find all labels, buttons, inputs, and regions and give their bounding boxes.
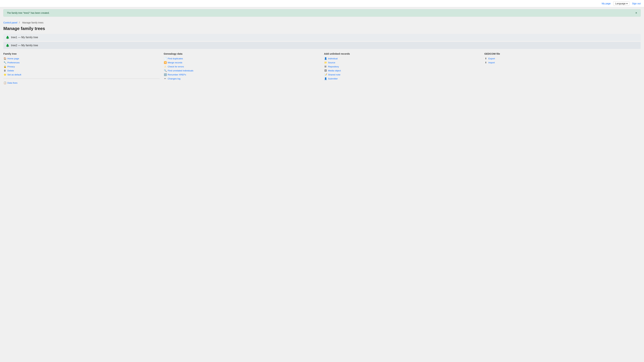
list-item: 🗑 Delete [3,69,160,72]
list-item: 🏠 Home page [3,57,160,60]
preferences-icon: 🔧 [3,61,6,64]
individual-icon: 👤 [324,57,327,60]
page-title: Manage family trees [3,26,641,31]
list-item: 🔒 Privacy [3,65,160,68]
home-icon: 🏠 [3,57,6,60]
genealogy-data-section: Genealogy data 📄 Find duplicates 🔀 Merge… [164,52,320,84]
list-item: 📝 Shared note [324,73,480,76]
submitter-icon: 👤 [324,77,327,80]
list-item: 🔢 Renumber XREFs [164,73,320,76]
list-item: 👤 Submitter [324,77,480,80]
list-item: 📁 Source [324,61,480,64]
genealogy-data-links: 📄 Find duplicates 🔀 Merge records ⚠ Chec… [164,57,320,80]
family-tree-links: 🏠 Home page 🔧 Preferences 🔒 Privacy 🗑 De… [3,57,160,84]
import-link[interactable]: Import [488,61,495,64]
add-unlinked-links: 👤 Individual 📁 Source 🏛 Repository 🖼 Med… [324,57,480,80]
top-navigation: My page Language ▾ Sign out [0,0,644,7]
breadcrumb-current: Manage family trees [22,21,44,24]
changes-log-icon: ✏ [164,77,167,80]
export-link[interactable]: Export [488,57,495,60]
list-item: ⬇ Import [484,61,641,64]
gedcom-file-links: ⬆ Export ⬇ Import [484,57,641,64]
list-item: ⬆ Export [484,57,641,60]
breadcrumb-control-panel[interactable]: Control panel [3,21,17,24]
merge-records-link[interactable]: Merge records [168,61,182,64]
merge-records-icon: 🔀 [164,61,167,64]
add-unlinked-title: Add unlinked records [324,52,480,55]
language-dropdown[interactable]: Language ▾ [613,1,629,6]
alert-close-button[interactable]: × [635,11,637,14]
list-item: 👤 Individual [324,57,480,60]
renumber-xrefs-link[interactable]: Renumber XREFs [168,73,186,76]
renumber-icon: 🔢 [164,73,167,76]
tree1-row: 🌲 tree1 — My family tree [3,34,641,41]
breadcrumb: Control panel / Manage family trees [3,21,641,24]
privacy-icon: 🔒 [3,65,6,68]
family-tree-section: Family tree 🏠 Home page 🔧 Preferences 🔒 … [3,52,160,84]
media-object-icon: 🖼 [324,69,327,72]
export-icon: ⬆ [484,57,487,60]
tree2-label: tree2 — My family tree [11,44,38,47]
media-object-link[interactable]: Media object [328,69,341,72]
data-fixes-link[interactable]: Data fixes [8,82,18,84]
list-item: ⭐ Set as default [3,73,160,76]
import-icon: ⬇ [484,61,487,64]
submitter-link[interactable]: Submitter [328,77,338,80]
data-fixes-icon: 📋 [3,81,6,84]
my-page-link[interactable]: My page [602,2,611,5]
sections-grid: Family tree 🏠 Home page 🔧 Preferences 🔒 … [3,52,641,84]
source-icon: 📁 [324,61,327,64]
preferences-link[interactable]: Preferences [8,61,20,64]
tree1-icon: 🌲 [6,35,10,39]
main-content: Control panel / Manage family trees Mana… [0,18,644,87]
genealogy-data-title: Genealogy data [164,52,320,55]
find-unrelated-link[interactable]: Find unrelated individuals [168,69,193,72]
language-label: Language [615,2,626,5]
gedcom-file-section: GEDCOM file ⬆ Export ⬇ Import [484,52,641,84]
check-errors-link[interactable]: Check for errors [168,65,184,68]
list-item: 📋 Data fixes [3,81,160,84]
set-default-icon: ⭐ [3,73,6,76]
repository-link[interactable]: Repository [328,65,339,68]
delete-icon: 🗑 [3,69,6,72]
alert-message: The family tree "tree2" has been created… [7,11,50,14]
check-errors-icon: ⚠ [164,65,167,68]
shared-note-link[interactable]: Shared note [328,73,340,76]
add-unlinked-section: Add unlinked records 👤 Individual 📁 Sour… [324,52,480,84]
list-item: ✏ Changes log [164,77,320,80]
success-alert: The family tree "tree2" has been created… [3,9,641,16]
set-as-default-link[interactable]: Set as default [8,73,21,76]
list-item: 🔍 Find unrelated individuals [164,69,320,72]
list-item: 🔀 Merge records [164,61,320,64]
breadcrumb-separator: / [19,21,20,24]
gedcom-file-title: GEDCOM file [484,52,641,55]
source-link[interactable]: Source [328,61,335,64]
find-unrelated-icon: 🔍 [164,69,167,72]
list-item: 📄 Find duplicates [164,57,320,60]
repository-icon: 🏛 [324,65,327,68]
list-item: 🔧 Preferences [3,61,160,64]
find-duplicates-icon: 📄 [164,57,167,60]
tree2-icon: 🌲 [6,43,10,47]
changes-log-link[interactable]: Changes log [168,77,180,80]
home-page-link[interactable]: Home page [8,57,19,60]
find-duplicates-link[interactable]: Find duplicates [168,57,183,60]
shared-note-icon: 📝 [324,73,327,76]
tree1-label: tree1 — My family tree [11,36,38,39]
delete-link[interactable]: Delete [8,69,14,72]
sign-out-link[interactable]: Sign out [632,2,641,5]
privacy-link[interactable]: Privacy [8,65,15,68]
language-caret-icon: ▾ [626,2,628,5]
family-tree-title: Family tree [3,52,160,55]
tree2-row: 🌲 tree2 — My family tree [3,42,641,49]
individual-link[interactable]: Individual [328,57,338,60]
list-item: ⚠ Check for errors [164,65,320,68]
list-item: 🏛 Repository [324,65,480,68]
list-item: 🖼 Media object [324,69,480,72]
